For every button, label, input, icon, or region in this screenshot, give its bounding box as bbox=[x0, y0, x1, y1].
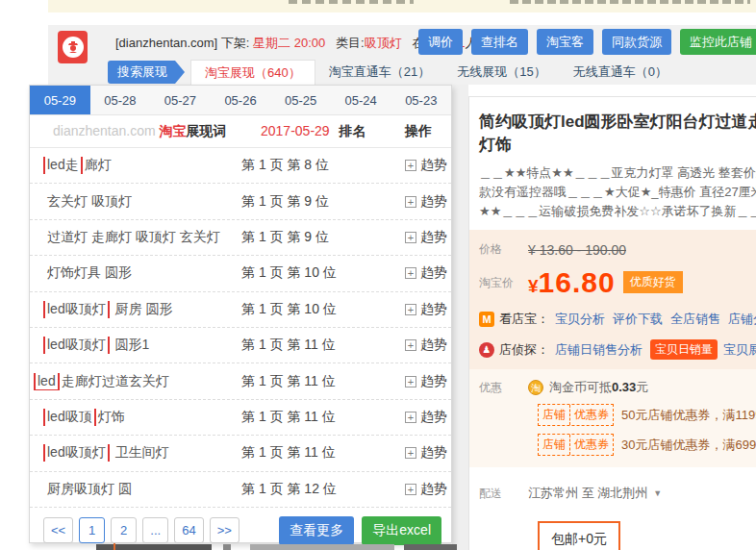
trend-button[interactable]: +趋势 bbox=[391, 193, 451, 211]
keyword-text: 厨房吸顶灯 圆 bbox=[47, 481, 132, 496]
delivery-destination[interactable]: 湖北荆州 bbox=[597, 486, 647, 500]
trend-label: 趋势 bbox=[420, 444, 447, 462]
next-page-button[interactable]: >> bbox=[210, 517, 239, 543]
prev-page-button[interactable]: << bbox=[43, 517, 73, 543]
table-header: dianzhentan.com 淘宝展现词 2017-05-29 排名 操作 bbox=[30, 115, 451, 148]
kandianbao-label: 看店宝： bbox=[499, 311, 549, 328]
expand-trend-icon[interactable]: + bbox=[405, 196, 416, 208]
expand-trend-icon[interactable]: + bbox=[405, 160, 416, 171]
date-tab-05-26[interactable]: 05-26 bbox=[211, 86, 271, 114]
delivery-from: 江苏常州 bbox=[528, 486, 578, 500]
tab-wireless-display[interactable]: 无线展现（15） bbox=[443, 60, 559, 85]
link-store-analysis[interactable]: 店铺分析 bbox=[728, 311, 756, 328]
kandianbao-icon: M bbox=[479, 312, 494, 327]
delivery-label: 配送 bbox=[479, 486, 528, 502]
link-store-sales[interactable]: 全店销售 bbox=[670, 311, 720, 328]
page-ellipsis[interactable]: ... bbox=[142, 517, 168, 543]
expand-trend-icon[interactable]: + bbox=[405, 267, 416, 279]
table-row: 灯饰灯具 圆形 第 1 页 第 10 位 +趋势 bbox=[30, 256, 451, 291]
coupon-badge-left: 店铺 bbox=[539, 405, 569, 425]
keyword-text: 过道灯 走廊灯 吸顶灯 玄关灯 bbox=[47, 229, 220, 244]
highlighted-keyword: led bbox=[34, 373, 60, 390]
expand-trend-icon[interactable]: + bbox=[405, 304, 416, 315]
date-tab-05-28[interactable]: 05-28 bbox=[90, 86, 151, 114]
date-tab-05-24[interactable]: 05-24 bbox=[331, 86, 391, 114]
delivery-row: 配送 江苏常州 至 湖北荆州 ▼ bbox=[479, 485, 756, 502]
keyword-text: 灯饰灯具 圆形 bbox=[47, 264, 132, 280]
trend-button[interactable]: +趋势 bbox=[391, 337, 451, 354]
page-2-button[interactable]: 2 bbox=[111, 517, 137, 543]
product-title-line2: 灯饰 bbox=[479, 134, 756, 157]
trend-label: 趋势 bbox=[420, 337, 447, 354]
coupon-2-text: 30元店铺优惠券，满699元 bbox=[621, 437, 756, 454]
quality-badge: 优质好货 bbox=[623, 271, 683, 293]
detective-icon bbox=[63, 37, 84, 58]
store-coupon-badge: 店铺优惠券 bbox=[538, 404, 614, 426]
category-value: 吸顶灯 bbox=[365, 36, 402, 50]
tab-wireless-zhitongche[interactable]: 无线直通车（0） bbox=[560, 60, 681, 85]
coupon-badge-right: 优惠券 bbox=[569, 405, 613, 425]
chevron-down-icon[interactable]: ▼ bbox=[653, 488, 662, 498]
expand-trend-icon[interactable]: + bbox=[405, 376, 416, 388]
trend-button[interactable]: +趋势 bbox=[391, 229, 451, 246]
trend-label: 趋势 bbox=[420, 373, 447, 390]
rank-value: 第 1 页 第 11 位 bbox=[241, 337, 391, 354]
link-item-analysis[interactable]: 宝贝分析 bbox=[555, 311, 605, 328]
coupon-row-2: 店铺优惠券 30元店铺优惠券，满699元 bbox=[538, 434, 756, 456]
store-header-bar: [dianzhentan.com] 下架: 星期二 20:00 类目:吸顶灯 在… bbox=[48, 25, 756, 85]
search-display-ribbon[interactable]: 搜索展现 bbox=[108, 61, 175, 84]
expand-trend-icon[interactable]: + bbox=[405, 339, 416, 351]
tab-taobao-display[interactable]: 淘宝展现（640） bbox=[190, 60, 315, 85]
keyword-text: 走廊灯过道玄关灯 bbox=[62, 373, 169, 388]
daily-item-sales-badge[interactable]: 宝贝日销量 bbox=[650, 339, 718, 360]
page-1-button[interactable]: 1 bbox=[79, 517, 105, 543]
trend-button[interactable]: +趋势 bbox=[391, 481, 451, 498]
export-excel-button[interactable]: 导出excel bbox=[362, 516, 441, 545]
view-more-button[interactable]: 查看更多 bbox=[279, 516, 354, 545]
monitor-store-button[interactable]: 监控此店铺 bbox=[680, 29, 756, 55]
trend-label: 趋势 bbox=[420, 264, 447, 282]
page-64-button[interactable]: 64 bbox=[174, 517, 203, 543]
trend-button[interactable]: +趋势 bbox=[391, 409, 451, 426]
trend-button[interactable]: +趋势 bbox=[391, 301, 451, 318]
trend-button[interactable]: +趋势 bbox=[391, 264, 451, 282]
link-review-download[interactable]: 评价下载 bbox=[613, 311, 663, 328]
table-row: led走廊灯 第 1 页 第 8 位 +趋势 bbox=[30, 148, 451, 184]
background-content-fragment bbox=[223, 544, 231, 550]
expand-trend-icon[interactable]: + bbox=[405, 447, 416, 459]
date-tab-05-27[interactable]: 05-27 bbox=[150, 86, 211, 114]
taobaoke-button[interactable]: 淘宝客 bbox=[537, 29, 593, 55]
keyword-text: 卫生间灯 bbox=[112, 444, 169, 460]
rank-value: 第 1 页 第 9 位 bbox=[241, 193, 391, 211]
date-tabs: 05-29 05-28 05-27 05-26 05-25 05-24 05-2… bbox=[30, 86, 451, 115]
delivery-route: 江苏常州 至 湖北荆州 bbox=[528, 485, 647, 502]
background-content-fragment bbox=[113, 543, 115, 550]
table-row: led吸顶灯 厨房 圆形 第 1 页 第 10 位 +趋势 bbox=[30, 292, 451, 328]
trend-button[interactable]: +趋势 bbox=[391, 444, 451, 462]
date-tab-05-25[interactable]: 05-25 bbox=[270, 86, 331, 114]
expand-trend-icon[interactable]: + bbox=[405, 412, 416, 423]
dianzhentan-logo bbox=[58, 31, 88, 63]
expand-trend-icon[interactable]: + bbox=[405, 484, 416, 495]
header-brand: 淘宝 bbox=[160, 123, 187, 138]
check-ranking-button[interactable]: 查排名 bbox=[471, 29, 528, 55]
rank-value: 第 1 页 第 9 位 bbox=[241, 229, 391, 246]
promo-label: 优惠 bbox=[479, 380, 528, 396]
table-row: led走廊灯过道玄关灯 第 1 页 第 11 位 +趋势 bbox=[30, 363, 451, 399]
adjust-price-button[interactable]: 调价 bbox=[418, 29, 463, 55]
tab-taobao-zhitongche[interactable]: 淘宝直通车（21） bbox=[315, 60, 443, 85]
date-tab-05-23[interactable]: 05-23 bbox=[391, 86, 451, 114]
keyword-text: 灯饰 bbox=[98, 409, 125, 424]
trend-button[interactable]: +趋势 bbox=[391, 373, 451, 390]
rank-value: 第 1 页 第 10 位 bbox=[241, 264, 391, 282]
expand-trend-icon[interactable]: + bbox=[405, 232, 416, 243]
link-daily-sales-analysis[interactable]: 店铺日销售分析 bbox=[555, 341, 643, 359]
link-item-display-words[interactable]: 宝贝展现词 bbox=[723, 341, 756, 359]
promotion-block: 优惠 淘 淘金币可抵0.33元 店铺优惠券 50元店铺优惠券，满1199元 店铺… bbox=[469, 369, 756, 467]
trend-label: 趋势 bbox=[420, 157, 447, 174]
same-goods-button[interactable]: 同款货源 bbox=[602, 29, 671, 55]
coin-suffix: 元 bbox=[636, 380, 648, 394]
date-tab-05-29[interactable]: 05-29 bbox=[30, 86, 90, 114]
trend-button[interactable]: +趋势 bbox=[391, 157, 451, 174]
dianzhentan-label: 店侦探： bbox=[499, 341, 549, 359]
